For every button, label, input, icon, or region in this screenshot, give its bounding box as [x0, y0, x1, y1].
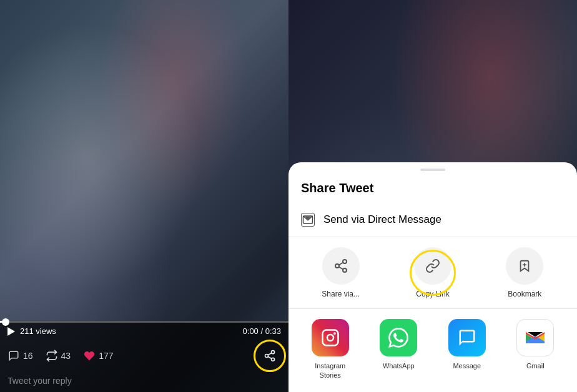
whatsapp-icon [380, 319, 417, 356]
like-count: 177 [99, 351, 113, 361]
comment-icon [7, 350, 20, 362]
message-icon [448, 319, 486, 356]
svg-point-6 [343, 260, 347, 263]
play-icon[interactable] [7, 327, 15, 336]
comment-action[interactable]: 16 [7, 350, 33, 362]
whatsapp-label: WhatsApp [383, 361, 415, 370]
share-via-label: Share via... [322, 290, 360, 298]
dm-label: Send via Direct Message [323, 213, 441, 226]
svg-rect-13 [322, 330, 338, 346]
copy-link-button[interactable]: Copy Link [393, 247, 472, 298]
like-icon [83, 350, 96, 362]
tweet-actions-bar: 16 43 [0, 340, 288, 371]
svg-line-10 [338, 263, 343, 265]
bookmark-icon [506, 247, 543, 285]
gmail-label: Gmail [526, 361, 545, 370]
retweet-icon [46, 350, 58, 362]
views-count: 211 views [20, 326, 56, 336]
apps-row: InstagramStories WhatsApp Message [288, 309, 577, 380]
share-sheet: Share Tweet Send via Direct Message [288, 162, 577, 392]
reply-bar[interactable]: Tweet your reply [0, 371, 288, 392]
share-sheet-overlay: Share Tweet Send via Direct Message [288, 0, 577, 392]
progress-bar-container[interactable] [0, 321, 288, 323]
svg-point-7 [335, 264, 339, 268]
video-overlay: 211 views 0:00 / 0:33 16 [0, 321, 288, 392]
reply-placeholder: Tweet your reply [7, 376, 72, 386]
svg-point-1 [265, 355, 269, 358]
views-left: 211 views [7, 326, 56, 336]
progress-bar-fill [0, 321, 6, 323]
progress-dot [2, 318, 9, 326]
tweet-video-panel: 211 views 0:00 / 0:33 16 [0, 0, 288, 392]
retweet-count: 43 [61, 351, 71, 361]
svg-point-2 [272, 358, 275, 361]
time-display: 0:00 / 0:33 [243, 326, 281, 336]
bookmark-label: Bookmark [508, 290, 541, 298]
actions-row: Share via... Copy Link [288, 237, 577, 309]
copy-link-icon [414, 247, 451, 285]
copy-link-label: Copy Link [416, 290, 449, 298]
retweet-action[interactable]: 43 [46, 350, 71, 362]
like-action[interactable]: 177 [83, 350, 113, 362]
whatsapp-app[interactable]: WhatsApp [370, 319, 428, 370]
message-label: Message [453, 361, 481, 370]
sheet-title: Share Tweet [288, 171, 577, 203]
dm-row[interactable]: Send via Direct Message [288, 203, 577, 237]
bookmark-button[interactable]: Bookmark [485, 247, 565, 298]
svg-point-14 [327, 335, 333, 341]
share-via-button[interactable]: Share via... [301, 247, 380, 298]
comment-count: 16 [23, 351, 33, 361]
instagram-stories-app[interactable]: InstagramStories [301, 319, 360, 380]
svg-point-0 [272, 351, 275, 354]
svg-line-3 [268, 356, 272, 358]
dm-icon [301, 213, 315, 227]
svg-line-9 [338, 267, 343, 270]
share-action-wrapper[interactable] [259, 345, 281, 367]
instagram-label: InstagramStories [315, 361, 345, 380]
share-button[interactable] [259, 345, 281, 367]
gmail-app[interactable]: Gmail [506, 319, 565, 370]
gmail-icon [516, 319, 554, 356]
instagram-icon [312, 319, 349, 356]
video-controls: 211 views 0:00 / 0:33 [0, 323, 288, 340]
svg-point-15 [334, 333, 335, 334]
svg-line-4 [268, 353, 272, 355]
message-app[interactable]: Message [438, 319, 496, 370]
svg-point-8 [343, 268, 347, 272]
share-via-icon [322, 247, 360, 285]
